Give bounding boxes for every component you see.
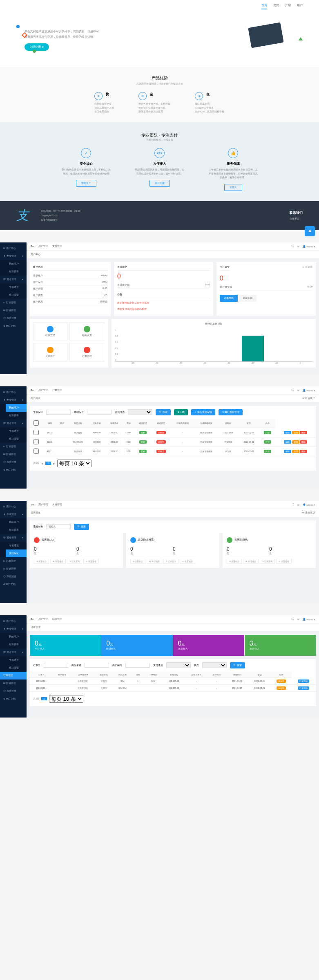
- filter-input[interactable]: [125, 663, 150, 668]
- nav-user[interactable]: 用户: [297, 3, 303, 9]
- cloud-action[interactable]: ⊙ 设置通告: [83, 559, 98, 564]
- sidebar-item-complaint[interactable]: ⊞ 投诉管理: [0, 679, 27, 687]
- detail-button[interactable]: 订单详情: [298, 686, 309, 690]
- search-button[interactable]: 🔍 搜索: [156, 409, 171, 415]
- quick-review-button[interactable]: ✓ 每行快速审核: [191, 409, 215, 415]
- sidebar-item-rate[interactable]: 结算费率: [6, 526, 27, 534]
- cloud-action[interactable]: ⚙ 设置收款: [34, 559, 49, 564]
- chat-fab-icon[interactable]: 💬: [305, 226, 315, 236]
- expand-icon[interactable]: ⛶: [292, 618, 294, 620]
- sidebar-item-channel-sub[interactable]: 专项通道: [6, 542, 27, 549]
- team-btn[interactable]: 性能资产: [76, 180, 96, 187]
- expand-icon[interactable]: ⛶: [292, 503, 294, 506]
- cloud-action[interactable]: ⊞ 管理通告: [147, 559, 162, 564]
- delete-button[interactable]: 删除: [300, 450, 307, 453]
- edit-button[interactable]: 编辑: [284, 431, 291, 434]
- sidebar-item-api[interactable]: ⊕ M口文档: [0, 322, 27, 330]
- sidebar-item-user[interactable]: ⊞ 用户中心: [0, 244, 27, 252]
- sidebar-item-cert[interactable]: 免挂编证: [6, 435, 27, 443]
- sidebar-item-system[interactable]: ◎ 系统设置: [0, 314, 27, 322]
- quick-link-settings[interactable]: 结构设置: [69, 322, 104, 341]
- delete-button[interactable]: 删除: [300, 440, 307, 444]
- hero-cta-button[interactable]: 立即使用 ⊕: [25, 43, 49, 51]
- sidebar-item-channel[interactable]: 律 通道管理▾: [0, 534, 27, 542]
- cloud-action[interactable]: ⚙ 设置收款: [227, 559, 242, 564]
- sidebar-item-rate[interactable]: 结算费率: [6, 641, 27, 648]
- sidebar-item-channel-sub[interactable]: 专项通道: [6, 656, 27, 664]
- sidebar-item-complaint[interactable]: ⊞ 投诉管理: [0, 307, 27, 314]
- page-next[interactable]: ▶: [53, 462, 55, 465]
- edit-button[interactable]: 编辑: [284, 440, 291, 444]
- refresh-icon[interactable]: ⟳: [32, 503, 34, 506]
- sidebar-item-user[interactable]: ⊞ 用户中心: [0, 388, 27, 396]
- sidebar-item-rate[interactable]: 结算费率: [6, 268, 27, 276]
- crumb[interactable]: 支付管理: [52, 244, 62, 248]
- edit-button[interactable]: 编辑: [284, 450, 291, 453]
- cloud-action[interactable]: ✎ 记录查询: [260, 559, 275, 564]
- expand-icon[interactable]: ⛶: [292, 245, 294, 247]
- sidebar-item-cert[interactable]: 免挂编证: [6, 291, 27, 299]
- sidebar-item-orders[interactable]: ⊟ 订单管理: [0, 443, 27, 451]
- sidebar-item-orders[interactable]: ⊟ 订单管理: [0, 299, 27, 307]
- withdraw-link[interactable]: ⊙ 去提现: [302, 265, 312, 273]
- team-btn[interactable]: 测试间接: [149, 180, 170, 187]
- row-checkbox[interactable]: [33, 449, 39, 454]
- search-button[interactable]: 🔍 搜索: [74, 524, 89, 530]
- crumb[interactable]: 用户管理: [38, 503, 48, 507]
- withdraw-button[interactable]: 提现: [292, 440, 299, 444]
- grid-icon[interactable]: ⊞: [297, 389, 299, 392]
- user-menu[interactable]: 👤 admin ▾: [303, 503, 315, 506]
- nav-intro[interactable]: 介绍: [285, 3, 291, 9]
- search-button[interactable]: 🔍 搜索: [230, 662, 245, 668]
- apply-merchant-button[interactable]: ⊕ 申请商户: [302, 397, 315, 400]
- sidebar-item-api[interactable]: ⊕ M口文档: [0, 695, 27, 703]
- withdraw-button[interactable]: 提现: [292, 450, 299, 453]
- sidebar-item-system[interactable]: ◎ 系统设置: [0, 458, 27, 466]
- crumb[interactable]: 订单管理: [52, 388, 62, 392]
- grid-icon[interactable]: ⊞: [297, 245, 299, 248]
- nav-fees[interactable]: 资费: [273, 3, 279, 9]
- sidebar-item-cert[interactable]: 免挂编证: [6, 549, 27, 557]
- sidebar-item-api[interactable]: ⊕ M口文档: [0, 466, 27, 474]
- search-input[interactable]: [46, 524, 71, 529]
- filter-select[interactable]: [166, 662, 191, 668]
- withdraw-button[interactable]: 提现: [292, 431, 299, 434]
- grid-icon[interactable]: ⊞: [297, 503, 299, 506]
- crumb[interactable]: 支付管理: [52, 503, 62, 507]
- nav-home[interactable]: 首页: [261, 3, 267, 9]
- user-menu[interactable]: 👤 admin ▾: [303, 389, 315, 392]
- sidebar-item-rate[interactable]: 结算费率: [6, 412, 27, 419]
- crumb[interactable]: 用户管理: [38, 388, 48, 392]
- channel-store-button[interactable]: ⟳ 通道商店: [302, 511, 315, 515]
- filter-select[interactable]: [202, 662, 227, 668]
- grid-icon[interactable]: ⊞: [297, 618, 299, 621]
- select-all-checkbox[interactable]: [33, 420, 39, 426]
- page-size-select[interactable]: 每页 10 条: [49, 695, 83, 703]
- sidebar-item-orders[interactable]: 订单管理: [0, 672, 27, 679]
- row-checkbox[interactable]: [33, 430, 39, 435]
- cloud-action[interactable]: ⊞ 管理通告: [243, 559, 258, 564]
- tab-withdraw[interactable]: 提现金额: [239, 295, 257, 302]
- sidebar-item-special[interactable]: ♯ 专项管理▾: [0, 625, 27, 633]
- sidebar-item-system[interactable]: ◎ 系统设置: [0, 573, 27, 581]
- expand-icon[interactable]: ⛶: [292, 389, 294, 391]
- page-prev[interactable]: ◀: [41, 462, 43, 465]
- sidebar-item-special[interactable]: ♯ 专项管理▾: [0, 511, 27, 518]
- sidebar-item-merchant[interactable]: 我的商户: [6, 404, 27, 412]
- sidebar-item-merchant[interactable]: 我的商户: [6, 260, 27, 268]
- download-button[interactable]: ⬇ 下载: [174, 409, 188, 415]
- cloud-action[interactable]: ✎ 记录查询: [163, 559, 178, 564]
- sidebar-item-channel[interactable]: 律 通道管理▾: [0, 276, 27, 283]
- page-current[interactable]: 1: [41, 697, 47, 700]
- delete-button[interactable]: 删除: [300, 431, 307, 434]
- sidebar-item-special[interactable]: ♯ 专项管理▾: [0, 396, 27, 404]
- filter-input-terminal[interactable]: [87, 410, 112, 415]
- crumb[interactable]: 用户管理: [38, 244, 48, 248]
- cloud-action[interactable]: ✎ 记录查询: [67, 559, 82, 564]
- page-size-select[interactable]: 每页 10 条: [57, 460, 91, 467]
- user-menu[interactable]: 👤 admin ▾: [303, 245, 315, 248]
- team-btn[interactable]: 使用人: [224, 184, 242, 191]
- user-menu[interactable]: 👤 admin ▾: [303, 618, 315, 621]
- sidebar-item-api[interactable]: ⊕ M口文档: [0, 581, 27, 588]
- crumb[interactable]: 站点管理: [52, 617, 62, 621]
